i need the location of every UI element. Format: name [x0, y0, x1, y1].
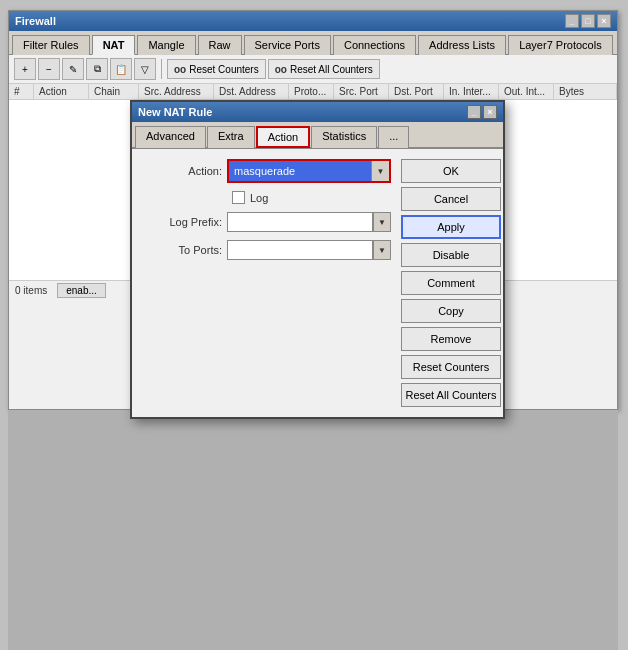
to-ports-dropdown[interactable]: ▼	[373, 240, 391, 260]
edit-btn[interactable]: ✎	[62, 58, 84, 80]
window-controls: _ □ ×	[565, 14, 611, 28]
tab-statistics[interactable]: Statistics	[311, 126, 377, 148]
dialog-titlebar: New NAT Rule _ ×	[132, 102, 503, 122]
tab-filter-rules[interactable]: Filter Rules	[12, 35, 90, 55]
action-select-wrapper[interactable]: masquerade ▼	[227, 159, 391, 183]
action-row: Action: masquerade ▼	[142, 159, 391, 183]
col-out-int: Out. Int...	[499, 84, 554, 99]
items-count: 0 items	[15, 285, 47, 296]
apply-button[interactable]: Apply	[401, 215, 501, 239]
to-ports-label: To Ports:	[142, 244, 222, 256]
table-header: # Action Chain Src. Address Dst. Address…	[9, 84, 617, 100]
col-proto: Proto...	[289, 84, 334, 99]
dialog-content: Action: masquerade ▼ Log Log Prefix: ▼	[132, 149, 503, 417]
comment-button[interactable]: Comment	[401, 271, 501, 295]
cancel-button[interactable]: Cancel	[401, 187, 501, 211]
col-in-inter: In. Inter...	[444, 84, 499, 99]
minimize-btn[interactable]: _	[565, 14, 579, 28]
firewall-titlebar: Firewall _ □ ×	[9, 11, 617, 31]
tab-more[interactable]: ...	[378, 126, 409, 148]
close-btn[interactable]: ×	[597, 14, 611, 28]
col-action: Action	[34, 84, 89, 99]
tab-action[interactable]: Action	[256, 126, 311, 148]
action-select-value: masquerade	[229, 161, 371, 181]
log-prefix-label: Log Prefix:	[142, 216, 222, 228]
firewall-toolbar: + − ✎ ⧉ 📋 ▽ oo Reset Counters oo Reset A…	[9, 55, 617, 84]
log-prefix-input[interactable]	[227, 212, 373, 232]
filter-btn[interactable]: ▽	[134, 58, 156, 80]
disable-button[interactable]: Disable	[401, 243, 501, 267]
reset-counters-btn[interactable]: oo Reset Counters	[167, 59, 266, 79]
tab-advanced[interactable]: Advanced	[135, 126, 206, 148]
reset-all-counters-btn[interactable]: oo Reset All Counters	[268, 59, 380, 79]
tab-service-ports[interactable]: Service Ports	[244, 35, 331, 55]
col-dst-address: Dst. Address	[214, 84, 289, 99]
log-prefix-row: Log Prefix: ▼	[142, 212, 391, 232]
tab-raw[interactable]: Raw	[198, 35, 242, 55]
add-btn[interactable]: +	[14, 58, 36, 80]
dialog-actions: OK Cancel Apply Disable Comment Copy Rem…	[401, 159, 501, 407]
reset-all-counters-button[interactable]: Reset All Counters	[401, 383, 501, 407]
tab-address-lists[interactable]: Address Lists	[418, 35, 506, 55]
ok-button[interactable]: OK	[401, 159, 501, 183]
paste-btn[interactable]: 📋	[110, 58, 132, 80]
reset-counters-button[interactable]: Reset Counters	[401, 355, 501, 379]
action-label: Action:	[142, 165, 222, 177]
dialog-minimize-btn[interactable]: _	[467, 105, 481, 119]
log-label: Log	[250, 192, 268, 204]
gray-background	[8, 410, 618, 650]
dialog-title: New NAT Rule	[138, 106, 212, 118]
nat-dialog: New NAT Rule _ × Advanced Extra Action S…	[130, 100, 505, 419]
tab-mangle[interactable]: Mangle	[137, 35, 195, 55]
col-bytes: Bytes	[554, 84, 617, 99]
dialog-close-btn[interactable]: ×	[483, 105, 497, 119]
log-checkbox[interactable]	[232, 191, 245, 204]
tab-layer7[interactable]: Layer7 Protocols	[508, 35, 613, 55]
log-prefix-dropdown[interactable]: ▼	[373, 212, 391, 232]
firewall-title: Firewall	[15, 15, 56, 27]
maximize-btn[interactable]: □	[581, 14, 595, 28]
copy-btn[interactable]: ⧉	[86, 58, 108, 80]
col-hash: #	[9, 84, 34, 99]
remove-button[interactable]: Remove	[401, 327, 501, 351]
action-dropdown-btn[interactable]: ▼	[371, 161, 389, 181]
remove-btn[interactable]: −	[38, 58, 60, 80]
col-src-address: Src. Address	[139, 84, 214, 99]
separator	[161, 59, 162, 79]
dialog-controls: _ ×	[467, 105, 497, 119]
dialog-form: Action: masquerade ▼ Log Log Prefix: ▼	[142, 159, 391, 407]
enable-btn[interactable]: enab...	[57, 283, 106, 298]
tab-nat[interactable]: NAT	[92, 35, 136, 55]
col-src-port: Src. Port	[334, 84, 389, 99]
to-ports-input[interactable]	[227, 240, 373, 260]
col-chain: Chain	[89, 84, 139, 99]
firewall-tab-bar: Filter Rules NAT Mangle Raw Service Port…	[9, 31, 617, 55]
log-row: Log	[142, 191, 391, 204]
copy-button[interactable]: Copy	[401, 299, 501, 323]
tab-extra[interactable]: Extra	[207, 126, 255, 148]
dialog-tab-bar: Advanced Extra Action Statistics ...	[132, 122, 503, 149]
tab-connections[interactable]: Connections	[333, 35, 416, 55]
to-ports-row: To Ports: ▼	[142, 240, 391, 260]
col-dst-port: Dst. Port	[389, 84, 444, 99]
